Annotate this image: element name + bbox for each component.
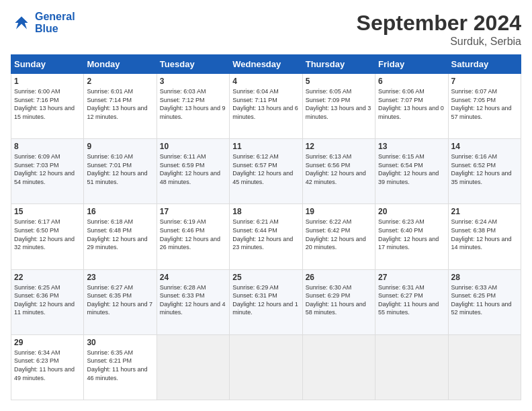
calendar-cell-20: 20Sunrise: 6:23 AMSunset: 6:40 PMDayligh…: [375, 204, 448, 269]
day-info: Sunrise: 6:00 AMSunset: 7:16 PMDaylight:…: [14, 87, 81, 121]
day-info: Sunrise: 6:07 AMSunset: 7:05 PMDaylight:…: [451, 87, 518, 121]
day-number: 9: [87, 142, 153, 151]
calendar-cell-14: 14Sunrise: 6:16 AMSunset: 6:52 PMDayligh…: [448, 139, 521, 204]
day-number: 4: [232, 77, 299, 86]
calendar-header-thursday: Thursday: [302, 55, 375, 74]
day-number: 23: [87, 273, 153, 282]
calendar-header-saturday: Saturday: [448, 55, 521, 74]
calendar-header-row: SundayMondayTuesdayWednesdayThursdayFrid…: [11, 55, 521, 74]
day-number: 8: [14, 142, 81, 151]
day-number: 22: [14, 273, 81, 282]
calendar-header-tuesday: Tuesday: [157, 55, 229, 74]
day-number: 18: [232, 207, 299, 216]
calendar-cell-33: [302, 334, 375, 400]
calendar-cell-8: 8Sunrise: 6:09 AMSunset: 7:03 PMDaylight…: [11, 139, 84, 204]
calendar-cell-6: 6Sunrise: 6:06 AMSunset: 7:07 PMDaylight…: [375, 74, 448, 139]
calendar-table: SundayMondayTuesdayWednesdayThursdayFrid…: [11, 54, 521, 400]
day-info: Sunrise: 6:34 AMSunset: 6:23 PMDaylight:…: [14, 349, 81, 382]
logo: General Blue: [11, 11, 75, 35]
day-info: Sunrise: 6:23 AMSunset: 6:40 PMDaylight:…: [378, 218, 445, 251]
calendar-cell-2: 2Sunrise: 6:01 AMSunset: 7:14 PMDaylight…: [84, 74, 157, 139]
day-info: Sunrise: 6:22 AMSunset: 6:42 PMDaylight:…: [306, 218, 372, 251]
calendar-cell-26: 26Sunrise: 6:30 AMSunset: 6:29 PMDayligh…: [302, 269, 375, 334]
day-info: Sunrise: 6:09 AMSunset: 7:03 PMDaylight:…: [14, 152, 81, 186]
calendar-header-monday: Monday: [84, 55, 157, 74]
day-number: 20: [378, 207, 445, 216]
calendar-cell-34: [375, 334, 448, 400]
calendar-cell-9: 9Sunrise: 6:10 AMSunset: 7:01 PMDaylight…: [84, 139, 157, 204]
calendar-cell-11: 11Sunrise: 6:12 AMSunset: 6:57 PMDayligh…: [230, 139, 302, 204]
calendar-cell-24: 24Sunrise: 6:28 AMSunset: 6:33 PMDayligh…: [157, 269, 229, 334]
day-number: 30: [87, 338, 153, 347]
day-info: Sunrise: 6:35 AMSunset: 6:21 PMDaylight:…: [87, 349, 153, 382]
day-number: 14: [451, 142, 518, 151]
day-number: 16: [87, 207, 153, 216]
day-info: Sunrise: 6:11 AMSunset: 6:59 PMDaylight:…: [160, 152, 226, 186]
calendar-cell-32: [230, 334, 302, 400]
day-number: 21: [451, 207, 518, 216]
day-info: Sunrise: 6:10 AMSunset: 7:01 PMDaylight:…: [87, 152, 153, 186]
day-info: Sunrise: 6:29 AMSunset: 6:31 PMDaylight:…: [232, 283, 299, 317]
calendar-cell-28: 28Sunrise: 6:33 AMSunset: 6:25 PMDayligh…: [448, 269, 521, 334]
calendar-cell-16: 16Sunrise: 6:18 AMSunset: 6:48 PMDayligh…: [84, 204, 157, 269]
day-number: 11: [232, 142, 299, 151]
day-info: Sunrise: 6:05 AMSunset: 7:09 PMDaylight:…: [306, 87, 372, 121]
calendar-cell-1: 1Sunrise: 6:00 AMSunset: 7:16 PMDaylight…: [11, 74, 84, 139]
calendar-week-4: 22Sunrise: 6:25 AMSunset: 6:36 PMDayligh…: [11, 269, 521, 334]
calendar-cell-17: 17Sunrise: 6:19 AMSunset: 6:46 PMDayligh…: [157, 204, 229, 269]
logo-text: General Blue: [35, 11, 75, 35]
day-number: 13: [378, 142, 445, 151]
calendar-cell-13: 13Sunrise: 6:15 AMSunset: 6:54 PMDayligh…: [375, 139, 448, 204]
calendar-cell-5: 5Sunrise: 6:05 AMSunset: 7:09 PMDaylight…: [302, 74, 375, 139]
day-number: 6: [378, 77, 445, 86]
day-number: 28: [451, 273, 518, 282]
day-info: Sunrise: 6:01 AMSunset: 7:14 PMDaylight:…: [87, 87, 153, 121]
calendar-cell-29: 29Sunrise: 6:34 AMSunset: 6:23 PMDayligh…: [11, 334, 84, 400]
svg-marker-0: [15, 16, 28, 29]
day-number: 5: [306, 77, 372, 86]
calendar-cell-18: 18Sunrise: 6:21 AMSunset: 6:44 PMDayligh…: [230, 204, 302, 269]
calendar-week-1: 1Sunrise: 6:00 AMSunset: 7:16 PMDaylight…: [11, 74, 521, 139]
calendar-cell-21: 21Sunrise: 6:24 AMSunset: 6:38 PMDayligh…: [448, 204, 521, 269]
calendar-cell-31: [157, 334, 229, 400]
day-number: 2: [87, 77, 153, 86]
day-number: 10: [160, 142, 226, 151]
day-info: Sunrise: 6:19 AMSunset: 6:46 PMDaylight:…: [160, 218, 226, 251]
day-number: 25: [232, 273, 299, 282]
day-info: Sunrise: 6:30 AMSunset: 6:29 PMDaylight:…: [306, 283, 372, 317]
day-number: 29: [14, 338, 81, 347]
subtitle: Surduk, Serbia: [357, 36, 521, 48]
day-info: Sunrise: 6:17 AMSunset: 6:50 PMDaylight:…: [14, 218, 81, 251]
day-number: 17: [160, 207, 226, 216]
day-info: Sunrise: 6:13 AMSunset: 6:56 PMDaylight:…: [306, 152, 372, 186]
calendar-week-5: 29Sunrise: 6:34 AMSunset: 6:23 PMDayligh…: [11, 334, 521, 400]
calendar-cell-7: 7Sunrise: 6:07 AMSunset: 7:05 PMDaylight…: [448, 74, 521, 139]
day-info: Sunrise: 6:31 AMSunset: 6:27 PMDaylight:…: [378, 283, 445, 317]
calendar-cell-15: 15Sunrise: 6:17 AMSunset: 6:50 PMDayligh…: [11, 204, 84, 269]
day-number: 1: [14, 77, 81, 86]
header: General Blue September 2024 Surduk, Serb…: [11, 11, 521, 48]
title-block: September 2024 Surduk, Serbia: [357, 11, 521, 48]
calendar-cell-19: 19Sunrise: 6:22 AMSunset: 6:42 PMDayligh…: [302, 204, 375, 269]
day-number: 15: [14, 207, 81, 216]
calendar-cell-35: [448, 334, 521, 400]
day-info: Sunrise: 6:12 AMSunset: 6:57 PMDaylight:…: [232, 152, 299, 186]
calendar-cell-23: 23Sunrise: 6:27 AMSunset: 6:35 PMDayligh…: [84, 269, 157, 334]
day-number: 3: [160, 77, 226, 86]
page: General Blue September 2024 Surduk, Serb…: [0, 0, 532, 411]
day-number: 27: [378, 273, 445, 282]
calendar-cell-30: 30Sunrise: 6:35 AMSunset: 6:21 PMDayligh…: [84, 334, 157, 400]
day-info: Sunrise: 6:24 AMSunset: 6:38 PMDaylight:…: [451, 218, 518, 251]
calendar-cell-12: 12Sunrise: 6:13 AMSunset: 6:56 PMDayligh…: [302, 139, 375, 204]
calendar-cell-22: 22Sunrise: 6:25 AMSunset: 6:36 PMDayligh…: [11, 269, 84, 334]
calendar-cell-10: 10Sunrise: 6:11 AMSunset: 6:59 PMDayligh…: [157, 139, 229, 204]
day-info: Sunrise: 6:18 AMSunset: 6:48 PMDaylight:…: [87, 218, 153, 251]
calendar-cell-25: 25Sunrise: 6:29 AMSunset: 6:31 PMDayligh…: [230, 269, 302, 334]
day-info: Sunrise: 6:06 AMSunset: 7:07 PMDaylight:…: [378, 87, 445, 121]
calendar-header-sunday: Sunday: [11, 55, 84, 74]
calendar-header-friday: Friday: [375, 55, 448, 74]
day-info: Sunrise: 6:25 AMSunset: 6:36 PMDaylight:…: [14, 283, 81, 317]
day-number: 26: [306, 273, 372, 282]
calendar-week-3: 15Sunrise: 6:17 AMSunset: 6:50 PMDayligh…: [11, 204, 521, 269]
day-info: Sunrise: 6:03 AMSunset: 7:12 PMDaylight:…: [160, 87, 226, 121]
